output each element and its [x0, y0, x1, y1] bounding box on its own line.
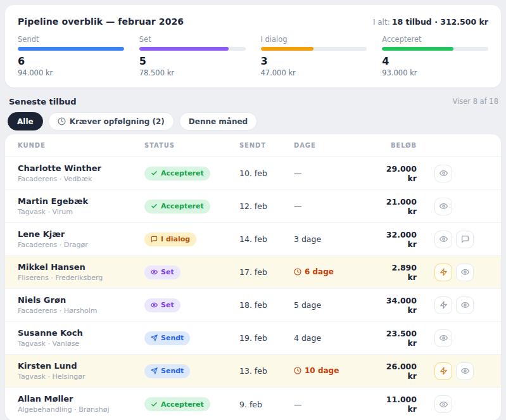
filter-chip-denne-m-ned[interactable]: Denne måned: [179, 112, 257, 130]
view-offer-button[interactable]: [456, 264, 474, 281]
pipeline-header: Pipeline overblik — februar 2026 I alt:1…: [18, 16, 488, 27]
status-badge: I dialog: [144, 232, 196, 246]
row-actions: [434, 231, 488, 248]
days-text: —: [294, 201, 302, 211]
status-label: Set: [161, 301, 174, 309]
customer-detail: Facaderens · Hørsholm: [18, 307, 144, 315]
status-plane-icon: [151, 367, 158, 374]
sent-date-cell: 14. feb: [239, 234, 294, 244]
stage-amount: 47.000 kr: [261, 69, 367, 77]
stage-amount: 93.000 kr: [382, 69, 488, 77]
table-row: Kirsten LundTagvask · HelsingørSendt13. …: [5, 355, 501, 388]
status-label: Accepteret: [161, 202, 204, 210]
pipeline-total: I alt:18 tilbud · 312.500 kr: [373, 17, 488, 27]
eye-icon: [440, 169, 448, 177]
days-text: 3 dage: [294, 234, 321, 244]
eye-icon: [440, 334, 448, 342]
amount-cell: 32.000 kr: [380, 230, 434, 249]
row-actions: [434, 296, 488, 314]
filter-chip-kr-ver-opf-lgning-2[interactable]: Kræver opfølgning (2): [48, 112, 174, 130]
status-chat-icon: [151, 236, 158, 243]
sent-date-cell: 18. feb: [239, 300, 294, 310]
status-check-icon: [151, 170, 158, 177]
amount-cell: 23.500 kr: [380, 329, 434, 348]
status-label: Set: [161, 268, 174, 276]
view-offer-button[interactable]: [434, 329, 452, 347]
stage-progress-fill: [139, 47, 229, 51]
follow-up-button[interactable]: [434, 296, 452, 314]
status-cell: I dialog: [144, 232, 239, 246]
stage-count: 5: [139, 56, 246, 67]
view-offer-button[interactable]: [456, 362, 474, 380]
sent-date-cell: 17. feb: [239, 267, 294, 277]
table-row: Allan MøllerAlgebehandling · BrønshøjAcc…: [5, 388, 501, 420]
section-title: Seneste tilbud: [9, 97, 77, 106]
status-label: Sendt: [161, 367, 184, 375]
eye-icon: [461, 367, 469, 375]
filter-chip-alle[interactable]: Alle: [8, 112, 43, 130]
status-eye-icon: [151, 302, 158, 309]
status-check-icon: [151, 203, 158, 210]
pipeline-total-value: 18 tilbud · 312.500 kr: [392, 17, 488, 27]
row-actions: [434, 329, 488, 347]
status-cell: Sendt: [144, 364, 239, 378]
stage-count: 4: [382, 56, 488, 67]
eye-icon: [461, 301, 469, 309]
stage-progress-bar: [261, 47, 367, 51]
column-header-kunde: KUNDE: [18, 142, 144, 149]
customer-detail: Tagvask · Helsingør: [18, 372, 144, 381]
overdue-clock-icon: [294, 367, 301, 374]
column-header-status: STATUS: [144, 142, 239, 149]
status-badge: Sendt: [144, 331, 190, 345]
amount-cell: 11.000 kr: [380, 395, 434, 414]
days-cell: 4 dage: [294, 333, 380, 343]
stage-amount: 94.000 kr: [18, 69, 124, 77]
status-cell: Sendt: [144, 331, 239, 345]
sent-date-cell: 10. feb: [239, 169, 294, 178]
column-header-dage: DAGE: [294, 142, 380, 149]
customer-cell: Lene KjærFacaderens · Dragør: [18, 229, 144, 250]
pipeline-stages: Sendt694.000 krSet578.500 krI dialog347.…: [18, 35, 488, 77]
view-offer-button[interactable]: [434, 165, 452, 182]
days-text: 10 dage: [305, 366, 339, 375]
status-plane-icon: [151, 334, 158, 341]
days-text: 5 dage: [294, 300, 321, 310]
filter-chips: AlleKræver opfølgning (2)Denne måned: [5, 112, 501, 130]
status-badge: Accepteret: [144, 397, 210, 411]
filter-chip-label: Alle: [17, 117, 34, 126]
status-label: Sendt: [161, 334, 184, 342]
days-text: 4 dage: [294, 333, 321, 343]
filter-chip-label: Denne måned: [189, 117, 248, 126]
customer-detail: Tagvask · Vanløse: [18, 340, 144, 348]
status-eye-icon: [151, 269, 158, 276]
table-body: Charlotte WintherFacaderens · VedbækAcce…: [5, 157, 501, 420]
status-label: Accepteret: [161, 400, 204, 409]
stage-progress-bar: [139, 47, 246, 51]
status-label: I dialog: [161, 235, 190, 243]
customer-name: Lene Kjær: [18, 229, 144, 239]
days-cell: 3 dage: [294, 234, 380, 244]
view-offer-button[interactable]: [434, 198, 452, 215]
days-text: —: [294, 400, 302, 409]
customer-cell: Niels GrønFacaderens · Hørsholm: [18, 295, 144, 315]
table-row: Lene KjærFacaderens · DragørI dialog14. …: [5, 223, 501, 256]
view-offer-button[interactable]: [434, 231, 452, 248]
follow-up-button[interactable]: [434, 362, 452, 380]
bolt-icon: [440, 367, 448, 375]
customer-name: Allan Møller: [18, 394, 144, 404]
table-row: Mikkel HansenFliserens · FrederiksbergSe…: [5, 256, 501, 289]
chat-button[interactable]: [456, 231, 474, 248]
view-offer-button[interactable]: [456, 296, 474, 314]
customer-cell: Charlotte WintherFacaderens · Vedbæk: [18, 163, 144, 184]
follow-up-button[interactable]: [434, 264, 452, 281]
bolt-icon: [440, 268, 448, 276]
stage-progress-bar: [18, 47, 124, 51]
eye-icon: [440, 235, 448, 243]
customer-detail: Tagvask · Virum: [18, 208, 144, 217]
view-offer-button[interactable]: [434, 395, 452, 413]
column-header-beloeb: BELØB: [380, 142, 434, 149]
table-header-row: KUNDE STATUS SENDT DAGE BELØB: [5, 134, 501, 157]
status-badge: Set: [144, 265, 180, 279]
status-badge: Accepteret: [144, 167, 210, 181]
row-actions: [434, 264, 488, 281]
